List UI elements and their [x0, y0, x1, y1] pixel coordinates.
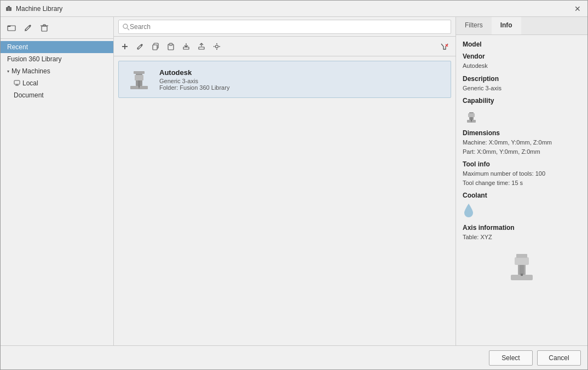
delete-folder-button[interactable]: [38, 21, 51, 34]
sidebar-item-fusion360[interactable]: Fusion 360 Library: [1, 53, 113, 65]
monitor-icon: [14, 80, 20, 86]
svg-rect-24: [199, 47, 204, 49]
axis-value: Table: XYZ: [463, 233, 581, 242]
machine-description: Generic 3-axis: [159, 78, 444, 84]
tab-info[interactable]: Info: [492, 17, 521, 34]
edit-icon: [24, 24, 32, 32]
machine-icon-wrap: [125, 66, 153, 93]
svg-rect-5: [8, 26, 10, 27]
svg-rect-21: [169, 43, 172, 45]
edit-machine-button[interactable]: [134, 40, 147, 53]
description-section: Description Generic 3-axis: [463, 75, 581, 93]
search-icon: [122, 23, 130, 31]
sidebar-item-my-machines[interactable]: ▾ My Machines: [1, 65, 113, 77]
import-button[interactable]: [180, 40, 193, 53]
svg-point-26: [216, 45, 218, 48]
machine-list: Autodesk Generic 3-axis Folder: Fusion 3…: [114, 56, 456, 345]
svg-rect-44: [521, 274, 523, 276]
machine-item[interactable]: Autodesk Generic 3-axis Folder: Fusion 3…: [118, 61, 451, 98]
tool-info-change: Tool change time: 15 s: [463, 178, 581, 188]
machine-library-window: Machine Library ✕: [0, 0, 588, 370]
recent-label: Recent: [7, 43, 28, 51]
svg-line-15: [128, 28, 130, 30]
right-panel: Filters Info Model Vendor Autodesk Descr…: [456, 17, 587, 345]
tool-info-section: Tool info Maximum number of tools: 100 T…: [463, 160, 581, 187]
document-label: Document: [14, 91, 44, 99]
sidebar-item-local[interactable]: Local: [1, 77, 113, 89]
svg-rect-45: [516, 254, 527, 258]
fusion360-label: Fusion 360 Library: [7, 55, 61, 63]
sidebar-item-recent[interactable]: Recent: [1, 41, 113, 53]
axis-section: Axis information Table: XYZ: [463, 224, 581, 285]
svg-rect-38: [470, 117, 472, 120]
info-panel: Model Vendor Autodesk Description Generi…: [456, 35, 587, 345]
paste-machine-button[interactable]: [164, 40, 177, 53]
center-panel: Autodesk Generic 3-axis Folder: Fusion 3…: [114, 17, 456, 345]
model-label: Model: [463, 41, 581, 48]
close-button[interactable]: ✕: [572, 3, 583, 14]
copy-icon: [152, 43, 159, 50]
capability-label: Capability: [463, 97, 581, 105]
settings-icon: [213, 43, 221, 50]
center-toolbar: [114, 37, 456, 56]
edit-icon: [136, 43, 144, 50]
dimensions-machine: Machine: X:0mm, Y:0mm, Z:0mm: [463, 138, 581, 147]
svg-rect-37: [468, 113, 475, 117]
sidebar-tree: Recent Fusion 360 Library ▾ My Machines: [1, 39, 113, 345]
copy-machine-button[interactable]: [149, 40, 162, 53]
add-icon: [121, 43, 129, 50]
clear-filter-button[interactable]: [438, 40, 451, 53]
coolant-icon: [463, 200, 581, 219]
tool-info-label: Tool info: [463, 160, 581, 168]
tab-filters[interactable]: Filters: [456, 17, 492, 34]
window-icon: [5, 5, 13, 13]
title-bar: Machine Library ✕: [1, 1, 587, 17]
svg-rect-43: [520, 265, 524, 275]
sidebar: Recent Fusion 360 Library ▾ My Machines: [1, 17, 114, 345]
import-icon: [182, 43, 190, 50]
filter-clear-icon: [440, 42, 449, 51]
select-button[interactable]: Select: [489, 350, 533, 366]
axis-label: Axis information: [463, 224, 581, 232]
search-input[interactable]: [130, 23, 447, 31]
coolant-label: Coolant: [463, 192, 581, 199]
vendor-section: Vendor Autodesk: [463, 53, 581, 71]
svg-point-14: [123, 24, 128, 28]
new-folder-icon: [7, 24, 16, 32]
svg-rect-42: [515, 257, 529, 265]
window-title: Machine Library: [16, 5, 62, 13]
svg-rect-34: [134, 71, 145, 74]
expand-triangle: ▾: [7, 69, 9, 74]
axis-icon: [503, 246, 541, 285]
right-tabs: Filters Info: [456, 17, 587, 35]
main-content: Recent Fusion 360 Library ▾ My Machines: [1, 17, 587, 345]
svg-rect-11: [14, 80, 20, 84]
description-label: Description: [463, 75, 581, 83]
search-bar: [114, 17, 456, 37]
my-machines-label: My Machines: [11, 67, 50, 75]
machine-name: Autodesk: [159, 68, 444, 77]
coolant-section: Coolant: [463, 192, 581, 219]
search-input-wrap[interactable]: [118, 20, 451, 34]
delete-icon: [40, 24, 49, 32]
svg-rect-6: [42, 26, 47, 31]
settings-button[interactable]: [210, 40, 223, 53]
dimensions-part: Part: X:0mm, Y:0mm, Z:0mm: [463, 147, 581, 157]
tool-info-max: Maximum number of tools: 100: [463, 169, 581, 178]
sidebar-toolbar: [1, 17, 113, 39]
edit-folder-button[interactable]: [21, 21, 34, 34]
model-section: Model: [463, 41, 581, 48]
svg-rect-32: [138, 80, 140, 86]
export-button[interactable]: [195, 40, 208, 53]
cancel-button[interactable]: Cancel: [537, 350, 581, 366]
footer: Select Cancel: [1, 345, 587, 369]
new-folder-button[interactable]: [5, 21, 18, 34]
title-bar-left: Machine Library: [5, 5, 62, 13]
machine-folder: Folder: Fusion 360 Library: [159, 84, 444, 91]
add-machine-button[interactable]: [118, 40, 131, 53]
dimensions-label: Dimensions: [463, 129, 581, 137]
machine-info: Autodesk Generic 3-axis Folder: Fusion 3…: [159, 68, 444, 91]
svg-rect-19: [153, 45, 157, 50]
capability-icon: [463, 108, 480, 125]
sidebar-item-document[interactable]: Document: [1, 89, 113, 101]
